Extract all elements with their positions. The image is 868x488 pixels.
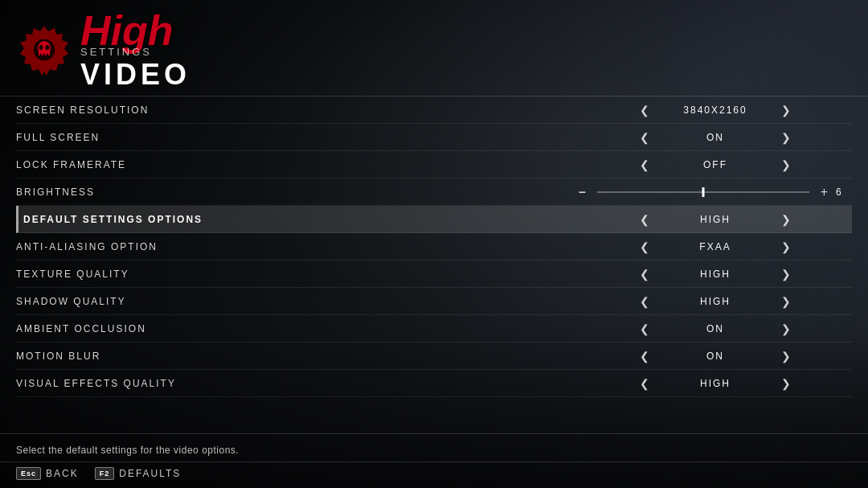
- footer-label: BACK: [46, 468, 79, 479]
- arrow-right-default-settings[interactable]: ❯: [778, 213, 794, 226]
- setting-row-visual-effects[interactable]: VISUAL EFFECTS QUALITY ❮ HIGH ❯: [16, 370, 852, 397]
- footer-btn-defaults[interactable]: F2 DEFAULTS: [95, 467, 182, 480]
- svg-rect-5: [47, 54, 48, 57]
- setting-row-shadow-quality[interactable]: SHADOW QUALITY ❮ HIGH ❯: [16, 288, 852, 315]
- setting-value-default-settings: HIGH: [667, 214, 764, 225]
- setting-control-lock-framerate: ❮ OFF ❯: [579, 158, 852, 171]
- section-label: VIDEO: [80, 60, 190, 89]
- arrow-right-anti-aliasing[interactable]: ❯: [778, 240, 794, 253]
- setting-value-shadow-quality: HIGH: [667, 296, 764, 307]
- svg-rect-3: [40, 54, 42, 57]
- setting-control-screen-resolution: ❮ 3840x2160 ❯: [579, 104, 852, 117]
- setting-label-default-settings: DEFAULT SETTINGS OPTIONS: [18, 214, 579, 225]
- brightness-minus[interactable]: –: [579, 185, 586, 199]
- logo-container: [16, 22, 80, 78]
- setting-row-motion-blur[interactable]: MOTION BLUR ❮ ON ❯: [16, 342, 852, 370]
- svg-rect-4: [43, 54, 45, 57]
- arrow-right-full-screen[interactable]: ❯: [778, 131, 794, 144]
- setting-control-ambient-occlusion: ❮ ON ❯: [579, 322, 852, 335]
- slider-thumb: [702, 187, 704, 197]
- arrow-right-texture-quality[interactable]: ❯: [778, 268, 794, 281]
- setting-control-anti-aliasing: ❮ FXAA ❯: [579, 240, 852, 253]
- brightness-plus[interactable]: +: [821, 185, 828, 199]
- setting-control-texture-quality: ❮ HIGH ❯: [579, 268, 852, 281]
- setting-label-lock-framerate: LOCK FRAMERATE: [16, 159, 579, 170]
- arrow-right-shadow-quality[interactable]: ❯: [778, 295, 794, 308]
- gear-logo-svg: [16, 22, 72, 78]
- footer-label: DEFAULTS: [119, 468, 181, 479]
- header-text: High SETTINGS VIDEO: [80, 10, 190, 89]
- setting-label-screen-resolution: SCREEN RESOLUTION: [16, 105, 579, 116]
- arrow-right-screen-resolution[interactable]: ❯: [778, 104, 794, 117]
- setting-row-full-screen[interactable]: FULL SCREEN ❮ ON ❯: [16, 124, 852, 151]
- arrow-left-anti-aliasing[interactable]: ❮: [637, 240, 653, 253]
- setting-row-default-settings[interactable]: DEFAULT SETTINGS OPTIONS ❮ HIGH ❯: [16, 206, 852, 233]
- setting-label-ambient-occlusion: AMBIENT OCCLUSION: [16, 323, 579, 334]
- setting-label-brightness: BRIGHTNESS: [16, 187, 579, 198]
- arrow-left-screen-resolution[interactable]: ❮: [637, 104, 653, 117]
- arrow-left-ambient-occlusion[interactable]: ❮: [637, 322, 653, 335]
- gear-icon: [16, 22, 72, 78]
- arrow-left-motion-blur[interactable]: ❮: [637, 350, 653, 363]
- arrow-left-texture-quality[interactable]: ❮: [637, 268, 653, 281]
- main-container: High SETTINGS VIDEO SCREEN RESOLUTION ❮ …: [0, 0, 868, 488]
- setting-control-motion-blur: ❮ ON ❯: [579, 350, 852, 363]
- arrow-left-visual-effects[interactable]: ❮: [637, 377, 653, 390]
- setting-value-lock-framerate: OFF: [667, 159, 764, 170]
- arrow-right-ambient-occlusion[interactable]: ❯: [778, 322, 794, 335]
- setting-control-visual-effects: ❮ HIGH ❯: [579, 377, 852, 390]
- setting-label-shadow-quality: SHADOW QUALITY: [16, 296, 579, 307]
- arrow-right-visual-effects[interactable]: ❯: [778, 377, 794, 390]
- brightness-control: – + 6: [579, 185, 852, 199]
- arrow-left-full-screen[interactable]: ❮: [637, 131, 653, 144]
- setting-value-full-screen: ON: [667, 132, 764, 143]
- arrow-left-lock-framerate[interactable]: ❮: [637, 158, 653, 171]
- section-labels: SETTINGS VIDEO: [80, 47, 190, 89]
- arrow-right-lock-framerate[interactable]: ❯: [778, 158, 794, 171]
- footer: Esc BACK F2 DEFAULTS: [0, 461, 868, 488]
- setting-control-shadow-quality: ❮ HIGH ❯: [579, 295, 852, 308]
- setting-value-motion-blur: ON: [667, 351, 764, 362]
- settings-label: SETTINGS: [80, 47, 190, 57]
- setting-row-ambient-occlusion[interactable]: AMBIENT OCCLUSION ❮ ON ❯: [16, 315, 852, 342]
- setting-label-visual-effects: VISUAL EFFECTS QUALITY: [16, 378, 579, 389]
- setting-value-visual-effects: HIGH: [667, 378, 764, 389]
- setting-label-full-screen: FULL SCREEN: [16, 132, 579, 143]
- description-text: Select the default settings for the vide…: [16, 445, 239, 456]
- description-area: Select the default settings for the vide…: [0, 433, 868, 461]
- setting-row-screen-resolution[interactable]: SCREEN RESOLUTION ❮ 3840x2160 ❯: [16, 96, 852, 124]
- setting-value-anti-aliasing: FXAA: [667, 241, 764, 252]
- setting-value-texture-quality: HIGH: [667, 269, 764, 280]
- brightness-value: 6: [836, 187, 852, 198]
- setting-row-brightness[interactable]: BRIGHTNESS – + 6: [16, 178, 852, 206]
- arrow-left-shadow-quality[interactable]: ❮: [637, 295, 653, 308]
- settings-list: SCREEN RESOLUTION ❮ 3840x2160 ❯ FULL SCR…: [0, 96, 868, 433]
- setting-value-ambient-occlusion: ON: [667, 323, 764, 334]
- setting-control-default-settings: ❮ HIGH ❯: [579, 213, 852, 226]
- key-badge: F2: [95, 467, 115, 480]
- setting-label-motion-blur: MOTION BLUR: [16, 351, 579, 362]
- footer-btn-back[interactable]: Esc BACK: [16, 467, 79, 480]
- key-badge: Esc: [16, 467, 41, 480]
- header: High SETTINGS VIDEO: [0, 0, 868, 96]
- arrow-right-motion-blur[interactable]: ❯: [778, 350, 794, 363]
- setting-control-full-screen: ❮ ON ❯: [579, 131, 852, 144]
- svg-point-6: [39, 45, 43, 50]
- brightness-slider[interactable]: [597, 191, 809, 193]
- setting-label-texture-quality: TEXTURE QUALITY: [16, 269, 579, 280]
- setting-row-texture-quality[interactable]: TEXTURE QUALITY ❮ HIGH ❯: [16, 260, 852, 288]
- arrow-left-default-settings[interactable]: ❮: [637, 213, 653, 226]
- setting-label-anti-aliasing: ANTI-ALIASING OPTION: [16, 241, 579, 252]
- svg-point-7: [46, 45, 50, 50]
- setting-row-lock-framerate[interactable]: LOCK FRAMERATE ❮ OFF ❯: [16, 151, 852, 178]
- setting-value-screen-resolution: 3840x2160: [667, 105, 764, 116]
- setting-row-anti-aliasing[interactable]: ANTI-ALIASING OPTION ❮ FXAA ❯: [16, 233, 852, 260]
